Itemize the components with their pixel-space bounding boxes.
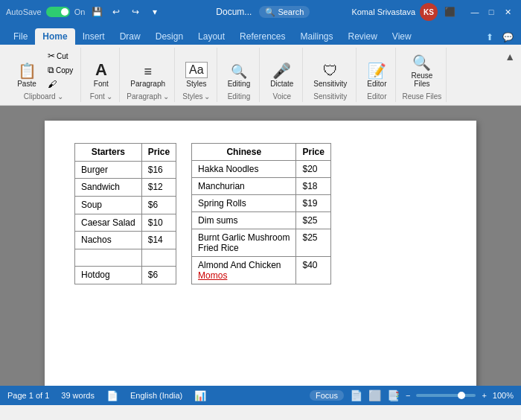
styles-button[interactable]: Aa Styles <box>181 59 212 91</box>
zoom-plus-button[interactable]: + <box>482 391 486 400</box>
zoom-minus-button[interactable]: − <box>406 391 410 400</box>
customize-icon[interactable]: ▾ <box>147 4 162 19</box>
dictate-button[interactable]: 🎤 Dictate <box>266 60 298 91</box>
clipboard-buttons: 📋 Paste ✂ Cut ⧉ Copy 🖌 <box>10 49 76 91</box>
paragraph-buttons: ≡ Paragraph <box>126 49 170 91</box>
clipboard-group: 📋 Paste ✂ Cut ⧉ Copy 🖌 Clipboard <box>6 48 81 102</box>
tab-references[interactable]: References <box>232 28 293 45</box>
sensitivity-button[interactable]: 🛡 Sensitivity <box>309 60 351 91</box>
chinese-price-1: $20 <box>296 161 330 178</box>
starters-item-4: Caesar Salad <box>75 214 142 232</box>
dictate-icon: 🎤 <box>272 63 291 78</box>
maximize-button[interactable]: □ <box>484 4 499 19</box>
comment-icon[interactable]: 💬 <box>500 30 515 45</box>
focus-button[interactable]: Focus <box>310 390 344 401</box>
ribbon-tabs: File Home Insert Draw Design Layout Refe… <box>0 24 521 45</box>
user-avatar[interactable]: KS <box>420 3 438 21</box>
page-info: Page 1 of 1 <box>7 391 49 400</box>
format-painter-button[interactable]: 🖌 <box>45 77 76 91</box>
autosave-toggle[interactable] <box>46 7 70 17</box>
track-changes-icon[interactable]: 📊 <box>194 390 206 401</box>
starters-item-empty <box>75 249 142 267</box>
share-icon[interactable]: ⬆ <box>482 30 497 45</box>
title-bar-left: AutoSave On 💾 ↩ ↪ ▾ <box>6 4 174 19</box>
view-icon-1[interactable]: 📄 <box>350 389 362 401</box>
zoom-slider[interactable] <box>416 394 476 397</box>
doc-title: Docum... <box>216 7 252 17</box>
starters-price-5: $14 <box>141 232 176 249</box>
chinese-item-3: Spring Rolls <box>192 195 296 212</box>
voice-buttons: 🎤 Dictate <box>266 49 298 91</box>
sensitivity-group-label: Sensitivity <box>313 92 347 101</box>
paragraph-group-label: Paragraph ⌄ <box>127 92 169 101</box>
reuse-files-group-label: Reuse Files <box>402 92 441 101</box>
format-painter-icon: 🖌 <box>48 79 57 89</box>
table-row: Hakka Noodles $20 <box>192 161 331 178</box>
minimize-button[interactable]: — <box>467 4 482 19</box>
copy-icon: ⧉ <box>48 65 54 75</box>
paragraph-icon: ≡ <box>144 65 152 78</box>
tab-file[interactable]: File <box>6 28 35 45</box>
styles-label: Styles <box>186 80 206 88</box>
font-expand-icon[interactable]: ⌄ <box>106 92 112 101</box>
user-name: Komal Srivastava <box>351 7 415 16</box>
table-row: Sandwich $12 <box>75 179 176 197</box>
paste-label: Paste <box>17 80 36 88</box>
zoom-thumb <box>458 392 465 399</box>
language[interactable]: English (India) <box>130 391 182 400</box>
paste-button[interactable]: 📋 Paste <box>10 60 43 91</box>
tab-design[interactable]: Design <box>148 28 191 45</box>
styles-expand-icon[interactable]: ⌄ <box>204 92 210 101</box>
undo-icon[interactable]: ↩ <box>109 4 124 19</box>
page: Starters Price Burger $16 Sandwich $12 S… <box>45 121 476 386</box>
tab-review[interactable]: Review <box>341 28 385 45</box>
tab-mailings[interactable]: Mailings <box>293 28 340 45</box>
paragraph-button[interactable]: ≡ Paragraph <box>126 62 170 91</box>
voice-group: 🎤 Dictate Voice <box>261 48 303 102</box>
sensitivity-icon: 🛡 <box>323 63 338 78</box>
starters-item-3: Soup <box>75 196 142 214</box>
redo-icon[interactable]: ↪ <box>128 4 143 19</box>
starters-price-empty <box>141 249 176 267</box>
paste-icon: 📋 <box>18 63 36 78</box>
clipboard-text: Clipboard <box>24 92 56 101</box>
tab-insert[interactable]: Insert <box>75 28 112 45</box>
view-icon-2[interactable]: ⬜ <box>368 389 381 401</box>
editor-buttons: 📝 Editor <box>362 49 391 91</box>
reuse-files-button[interactable]: 🔍 ReuseFiles <box>406 52 437 91</box>
paragraph-expand-icon[interactable]: ⌄ <box>163 92 169 101</box>
chinese-item-1: Hakka Noodles <box>192 161 296 178</box>
editor-icon: 📝 <box>368 63 386 78</box>
proofing-icon[interactable]: 📄 <box>106 390 118 401</box>
ribbon-content: 📋 Paste ✂ Cut ⧉ Copy 🖌 Clipboard <box>0 45 521 106</box>
chinese-price-2: $18 <box>296 178 330 195</box>
save-icon[interactable]: 💾 <box>89 4 104 19</box>
ribbon-collapse-arrow[interactable]: ▲ <box>505 51 515 63</box>
cut-button[interactable]: ✂ Cut <box>45 49 76 63</box>
voice-group-label: Voice <box>273 92 291 101</box>
ribbon-collapse-icon[interactable]: ⬛ <box>442 4 457 19</box>
tab-view[interactable]: View <box>385 28 419 45</box>
tab-home[interactable]: Home <box>35 28 74 45</box>
view-icon-3[interactable]: 📑 <box>387 389 400 401</box>
paragraph-label: Paragraph <box>130 80 165 88</box>
reuse-files-label: ReuseFiles <box>411 71 432 88</box>
autosave-state: On <box>74 7 86 16</box>
copy-button[interactable]: ⧉ Copy <box>45 63 76 77</box>
close-button[interactable]: ✕ <box>500 4 515 19</box>
chinese-table: Chinese Price Hakka Noodles $20 Manchuri… <box>191 143 331 284</box>
editor-button[interactable]: 📝 Editor <box>362 60 391 91</box>
table-row: Burnt Garlic MushroomFried Rice $25 <box>192 229 331 257</box>
tab-layout[interactable]: Layout <box>191 28 232 45</box>
starters-item-6: Hotdog <box>75 267 142 284</box>
chinese-price-6: $40 <box>296 257 330 284</box>
starters-price-2: $12 <box>141 179 176 197</box>
font-button[interactable]: A Font <box>88 59 115 91</box>
search-icon[interactable]: 🔍 Search <box>259 6 310 18</box>
doc-title-area: Docum... 🔍 Search <box>179 7 347 17</box>
editing-button[interactable]: 🔍 Editing <box>223 62 255 91</box>
styles-buttons: Aa Styles <box>181 49 212 91</box>
tab-draw[interactable]: Draw <box>112 28 148 45</box>
font-label: Font <box>94 80 109 88</box>
clipboard-expand-icon[interactable]: ⌄ <box>57 92 63 101</box>
